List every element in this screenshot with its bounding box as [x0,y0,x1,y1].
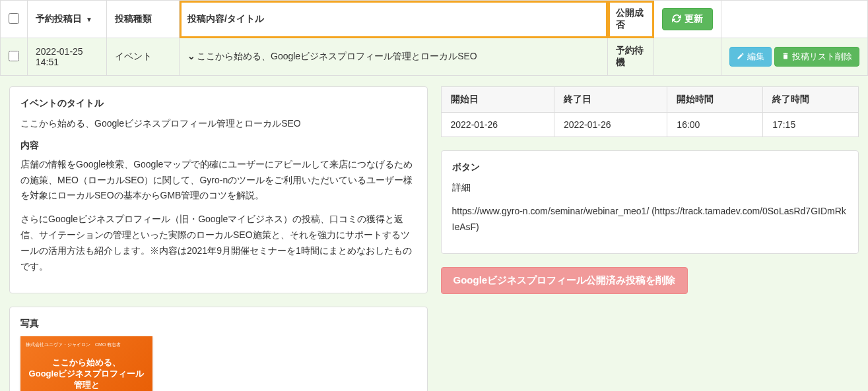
photo-card: 写真 株式会社ユニヴァ・ジャイロン CMO 有志者 ここから始める、 Googl… [9,307,428,391]
header-date-label: 予約投稿日 [36,13,82,24]
delete-published-post-button[interactable]: Googleビジネスプロフィール公開済み投稿を削除 [441,267,688,294]
header-date[interactable]: 予約投稿日 ▼ [28,1,107,38]
event-title-label: イベントのタイトル [20,98,417,109]
header-title: 投稿内容/タイトル [180,1,608,38]
end-time-header: 終了時間 [763,87,859,113]
detail-panel: イベントのタイトル ここから始める、Googleビジネスプロフィール管理とローカ… [0,76,868,391]
start-date-value: 2022-01-26 [441,113,554,137]
pencil-icon [737,52,745,62]
content-paragraph-2: さらにGoogleビジネスプロフィール（旧・Googleマイビジネス）の投稿、口… [20,212,417,274]
date-table: 開始日 終了日 開始時間 終了時間 2022-01-26 2022-01-26 … [441,86,859,137]
end-time-value: 17:15 [763,113,859,137]
content-label: 内容 [20,140,417,152]
cell-status: 予約待機 [608,38,654,76]
update-button[interactable]: 更新 [662,8,713,30]
chevron-down-icon: ⌄ [187,51,195,61]
delete-list-button[interactable]: 投稿リスト削除 [774,47,859,67]
header-checkbox-cell [1,1,28,38]
end-date-header: 終了日 [554,87,667,113]
caret-down-icon: ▼ [86,16,92,23]
header-status: 公開成否 [608,1,654,38]
event-thumbnail[interactable]: 株式会社ユニヴァ・ジャイロン CMO 有志者 ここから始める、 Googleビジ… [20,336,152,391]
content-paragraph-1: 店舗の情報をGoogle検索、Googleマップで的確にユーザーにアピールして来… [20,157,417,204]
event-detail-card: イベントのタイトル ここから始める、Googleビジネスプロフィール管理とローカ… [9,86,428,293]
cell-type: イベント [107,38,180,76]
event-title-value: ここから始める、Googleビジネスプロフィール管理とローカルSEO [20,116,417,132]
button-url: https://www.gyro-n.com/seminar/webinar_m… [452,204,848,235]
row-checkbox[interactable] [9,51,19,61]
button-card: ボタン 詳細 https://www.gyro-n.com/seminar/we… [441,150,859,254]
header-actions-cell [721,1,868,38]
cell-title[interactable]: ⌄ここから始める、Googleビジネスプロフィール管理とローカルSEO [180,38,608,76]
cell-date: 2022-01-25 14:51 [28,38,107,76]
header-update-cell: 更新 [654,1,721,38]
table-row: 2022-01-25 14:51 イベント ⌄ここから始める、Googleビジネ… [1,38,868,76]
trash-icon [782,52,789,62]
header-type: 投稿種類 [107,1,180,38]
start-time-header: 開始時間 [667,87,763,113]
posts-table: 予約投稿日 ▼ 投稿種類 投稿内容/タイトル 公開成否 更新 2022-01 [0,0,868,76]
edit-button[interactable]: 編集 [729,47,772,67]
end-date-value: 2022-01-26 [554,113,667,137]
start-date-header: 開始日 [441,87,554,113]
start-time-value: 16:00 [667,113,763,137]
button-card-label: ボタン [452,162,848,173]
button-detail-label: 詳細 [452,180,848,196]
select-all-checkbox[interactable] [9,13,19,24]
thumb-main-text: ここから始める、 Googleビジネスプロフィール管理と ローカルSEO [26,357,147,391]
photo-label: 写真 [20,318,417,330]
refresh-icon [672,14,681,25]
